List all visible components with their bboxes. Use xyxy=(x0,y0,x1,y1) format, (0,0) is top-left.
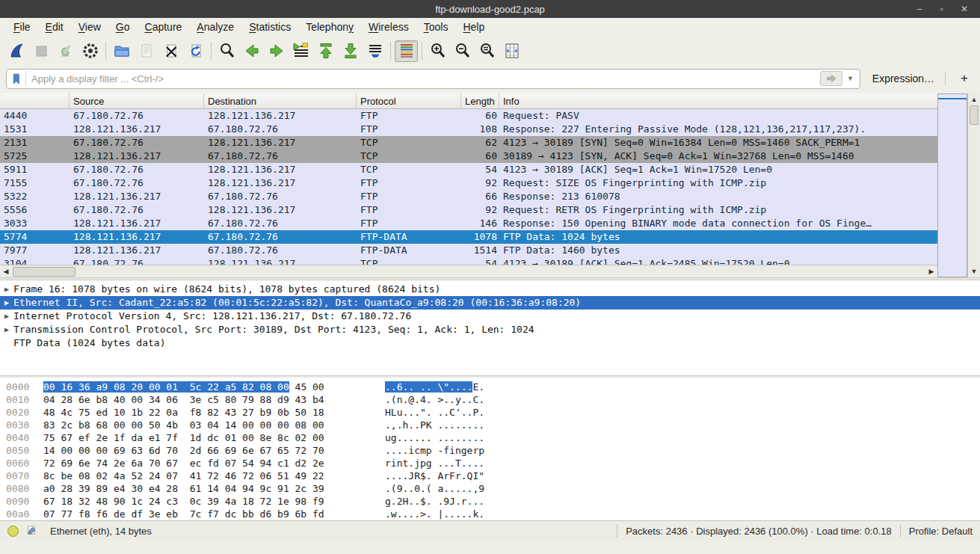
packet-row[interactable]: 444067.180.72.76128.121.136.217FTP60Requ… xyxy=(0,109,937,123)
titlebar[interactable]: ftp-download-good2.pcap –▫✕ xyxy=(0,0,980,18)
open-file-button[interactable] xyxy=(110,40,133,62)
packet-row[interactable]: 3033128.121.136.21767.180.72.76FTP146Res… xyxy=(0,217,937,230)
find-packet-button[interactable] xyxy=(215,40,238,62)
hex-row[interactable]: 000000 16 36 a9 08 20 00 01 5c 22 a5 82 … xyxy=(0,381,980,393)
hex-row[interactable]: 009067 18 32 48 90 1c 24 c3 0c 39 4a 18 … xyxy=(0,495,980,508)
packet-row[interactable]: 5322128.121.136.21767.180.72.76FTP66Resp… xyxy=(0,190,937,203)
expander-arrow-icon[interactable]: ▶ xyxy=(0,323,13,336)
packet-row[interactable]: 7977128.121.136.21767.180.72.76FTP-DATA1… xyxy=(0,244,937,257)
column-header-destination[interactable]: Destination xyxy=(204,93,357,108)
add-filter-button[interactable]: + xyxy=(955,71,974,86)
column-header-info[interactable]: Info xyxy=(499,93,937,108)
restart-capture-button[interactable] xyxy=(54,40,77,62)
packet-list-vscrollbar[interactable]: ▲ ▼ xyxy=(967,93,980,277)
resize-columns-button[interactable] xyxy=(500,40,523,62)
hex-bytes: 75 67 ef 2e 1f da e1 7f 1d dc 01 00 8e 8… xyxy=(43,431,333,444)
hex-row[interactable]: 0080a0 28 39 89 e4 30 e4 28 61 14 04 94 … xyxy=(0,482,980,495)
display-filter-input[interactable]: Apply a display filter ... <Ctrl-/> ▼ xyxy=(6,69,860,89)
menu-go[interactable]: Go xyxy=(108,19,138,34)
detail-line[interactable]: ▶Ethernet II, Src: Cadant_22:a5:82 (00:0… xyxy=(0,296,980,310)
hex-row[interactable]: 00a007 77 f8 f6 de df 3e eb 7c f7 dc bb … xyxy=(0,508,980,520)
zoom-in-button[interactable] xyxy=(426,40,449,62)
menu-file[interactable]: File xyxy=(6,19,38,34)
detail-line[interactable]: ▶Transmission Control Protocol, Src Port… xyxy=(0,323,980,336)
packet-row[interactable]: 310467.180.72.76128.121.136.217TCP544123… xyxy=(0,257,937,265)
detail-line[interactable]: FTP Data (1024 bytes data) xyxy=(0,336,980,350)
zoom-out-button[interactable] xyxy=(451,40,474,62)
column-header-time[interactable] xyxy=(0,93,70,108)
hscroll-right-arrow-icon[interactable]: ▶ xyxy=(925,268,937,275)
hex-row[interactable]: 00708c be 08 02 4a 52 24 07 41 72 46 72 … xyxy=(0,470,980,482)
hex-ascii: .(9..0.( a.....,9 xyxy=(385,482,484,495)
hex-row[interactable]: 006072 69 6e 74 2e 6a 70 67 ec fd 07 54 … xyxy=(0,457,980,470)
packet-row[interactable]: 555667.180.72.76128.121.136.217FTP92Requ… xyxy=(0,203,937,217)
vscroll-down-arrow-icon[interactable]: ▼ xyxy=(971,265,978,277)
intelligent-scrollbar-minimap[interactable] xyxy=(937,93,967,277)
close-button[interactable]: ✕ xyxy=(956,1,973,17)
menu-tools[interactable]: Tools xyxy=(416,19,456,34)
filter-history-caret-icon[interactable]: ▼ xyxy=(842,75,857,82)
packet-cell-src: 128.121.136.217 xyxy=(70,190,204,203)
go-to-bottom-button[interactable] xyxy=(339,40,362,62)
menu-capture[interactable]: Capture xyxy=(138,19,190,34)
capture-comment-icon[interactable] xyxy=(26,525,38,537)
packet-cell-src: 128.121.136.217 xyxy=(70,244,204,257)
hex-row[interactable]: 005014 00 00 00 69 63 6d 70 2d 66 69 6e … xyxy=(0,444,980,457)
hex-row[interactable]: 003083 2c b8 68 00 00 50 4b 03 04 14 00 … xyxy=(0,419,980,431)
hscroll-thumb[interactable] xyxy=(13,267,75,277)
expander-arrow-icon[interactable]: ▶ xyxy=(0,310,13,323)
hex-bytes: 07 77 f8 f6 de df 3e eb 7c f7 dc bb d6 b… xyxy=(43,508,333,520)
menu-view[interactable]: View xyxy=(71,19,108,34)
colorize-packets-button[interactable] xyxy=(395,40,418,62)
menu-statistics[interactable]: Statistics xyxy=(241,19,298,34)
close-file-button[interactable] xyxy=(159,40,182,62)
save-file-button[interactable] xyxy=(135,40,158,62)
maximize-button[interactable]: ▫ xyxy=(934,1,950,17)
packet-list-hscrollbar[interactable]: ◀ ▶ xyxy=(0,265,937,277)
packet-row[interactable]: 591167.180.72.76128.121.136.217TCP544123… xyxy=(0,163,937,176)
reload-file-button[interactable] xyxy=(184,40,207,62)
menu-analyze[interactable]: Analyze xyxy=(189,19,241,34)
go-to-packet-button[interactable] xyxy=(289,40,312,62)
packet-cell-src: 67.180.72.76 xyxy=(70,176,204,190)
packet-list-pane: Source Destination Protocol Length Info … xyxy=(0,93,980,277)
column-header-protocol[interactable]: Protocol xyxy=(357,93,461,108)
hex-offset: 0050 xyxy=(0,444,36,457)
packet-row[interactable]: 5725128.121.136.21767.180.72.76TCP603018… xyxy=(0,150,937,163)
hscroll-left-arrow-icon[interactable]: ◀ xyxy=(0,268,12,275)
expert-info-icon[interactable] xyxy=(7,526,19,537)
packet-row[interactable]: 715567.180.72.76128.121.136.217FTP92Requ… xyxy=(0,176,937,190)
hex-row[interactable]: 001004 28 6e b8 40 00 34 06 3e c5 80 79 … xyxy=(0,393,980,406)
menu-edit[interactable]: Edit xyxy=(38,19,71,34)
detail-line[interactable]: ▶Frame 16: 1078 bytes on wire (8624 bits… xyxy=(0,283,980,296)
column-header-source[interactable]: Source xyxy=(70,93,204,108)
packet-row[interactable]: 1531128.121.136.21767.180.72.76FTP108Res… xyxy=(0,123,937,136)
apply-filter-button[interactable] xyxy=(820,71,842,86)
menu-help[interactable]: Help xyxy=(455,19,492,34)
detail-line[interactable]: ▶Internet Protocol Version 4, Src: 128.1… xyxy=(0,310,980,323)
expander-arrow-icon[interactable]: ▶ xyxy=(0,296,13,310)
zoom-original-button[interactable] xyxy=(475,40,499,62)
go-back-button[interactable] xyxy=(240,40,263,62)
go-to-top-button[interactable] xyxy=(314,40,337,62)
column-header-length[interactable]: Length xyxy=(461,93,499,108)
go-forward-button[interactable] xyxy=(265,40,288,62)
minimize-button[interactable]: – xyxy=(911,1,928,17)
menu-wireless[interactable]: Wireless xyxy=(361,19,416,34)
packet-row[interactable]: 5774128.121.136.21767.180.72.76FTP-DATA1… xyxy=(0,230,937,244)
vscroll-thumb[interactable] xyxy=(970,105,979,125)
filter-bookmark-icon[interactable] xyxy=(10,71,26,87)
status-profile[interactable]: Profile: Default xyxy=(909,526,973,537)
auto-scroll-button[interactable] xyxy=(363,40,386,62)
start-capture-button[interactable] xyxy=(4,40,28,62)
hex-row[interactable]: 004075 67 ef 2e 1f da e1 7f 1d dc 01 00 … xyxy=(0,431,980,444)
vscroll-up-arrow-icon[interactable]: ▲ xyxy=(971,93,978,105)
expander-arrow-icon[interactable]: ▶ xyxy=(0,283,13,296)
expression-button[interactable]: Expression… xyxy=(872,73,934,84)
hex-row[interactable]: 002048 4c 75 ed 10 1b 22 0a f8 82 43 27 … xyxy=(0,406,980,419)
stop-capture-button[interactable] xyxy=(29,40,52,62)
capture-options-button[interactable] xyxy=(78,40,102,62)
packet-row[interactable]: 213167.180.72.76128.121.136.217TCP624123… xyxy=(0,136,937,150)
hex-ascii: ....JR$. ArFr.QI" xyxy=(385,470,484,482)
menu-telephony[interactable]: Telephony xyxy=(298,19,361,34)
